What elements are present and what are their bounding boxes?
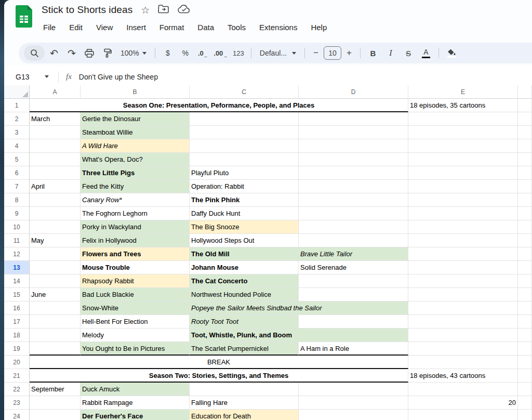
menu-edit[interactable]: Edit — [62, 21, 89, 34]
sheets-logo-icon[interactable] — [16, 5, 32, 30]
cell-B8[interactable]: Canary Row* — [81, 193, 190, 207]
cell-B13[interactable]: Mouse Trouble — [81, 261, 190, 274]
name-box[interactable]: G13 — [4, 73, 54, 81]
row-header-13[interactable]: 13 — [4, 261, 30, 274]
cell-C23[interactable]: Falling Hare — [190, 396, 299, 410]
cell-F7[interactable] — [518, 180, 532, 193]
font-selector[interactable]: Defaul... — [256, 45, 300, 61]
cell-C5[interactable] — [190, 153, 299, 166]
cell-C19[interactable]: The Scarlet Pumpernickel — [190, 342, 299, 356]
cell-F8[interactable] — [518, 193, 532, 207]
cell-D2[interactable] — [299, 112, 408, 126]
format-percent-button[interactable]: % — [177, 45, 194, 61]
cell-E12[interactable] — [408, 247, 518, 261]
cell-A6[interactable] — [30, 166, 81, 180]
search-icon[interactable] — [24, 45, 45, 61]
cell-E1[interactable]: 18 episodes, 35 cartoons — [408, 99, 518, 112]
row-header-5[interactable]: 5 — [4, 153, 30, 166]
row-header-21[interactable]: 21 — [4, 369, 30, 383]
menu-extensions[interactable]: Extensions — [252, 21, 304, 34]
fill-color-button[interactable] — [443, 45, 460, 61]
cell-C6[interactable]: Playful Pluto — [190, 166, 299, 180]
cell-B18[interactable]: Melody — [81, 329, 190, 342]
cell-B19[interactable]: You Ought to Be in Pictures — [81, 342, 190, 356]
cell-D9[interactable] — [299, 207, 408, 220]
cell-B22[interactable]: Duck Amuck — [81, 383, 190, 396]
cell-E16[interactable] — [408, 301, 518, 315]
cell-F2[interactable] — [518, 112, 532, 126]
row-header-8[interactable]: 8 — [4, 193, 30, 207]
cell-F16[interactable] — [518, 301, 532, 315]
row-header-6[interactable]: 6 — [4, 166, 30, 180]
column-header-B[interactable]: B — [81, 85, 190, 99]
cell-D8[interactable] — [299, 193, 408, 207]
cell-A4[interactable] — [30, 139, 81, 153]
cell-C13[interactable]: Johann Mouse — [190, 261, 299, 274]
cell-B4[interactable]: A Wild Hare — [81, 139, 190, 153]
cell-E2[interactable] — [408, 112, 518, 126]
cell-F15[interactable] — [518, 288, 532, 301]
cell-D5[interactable] — [299, 153, 408, 166]
cell-C11[interactable]: Hollywood Steps Out — [190, 234, 299, 247]
cell-C18[interactable]: Toot, Whistle, Plunk, and Boom — [190, 329, 408, 342]
cell-D19[interactable]: A Ham in a Role — [299, 342, 408, 356]
row-header-24[interactable]: 24 — [4, 410, 30, 420]
more-formats-button[interactable]: 123 — [230, 45, 247, 61]
row-header-18[interactable]: 18 — [4, 329, 30, 342]
row-header-14[interactable]: 14 — [4, 274, 30, 288]
row-header-9[interactable]: 9 — [4, 207, 30, 220]
cell-E6[interactable] — [408, 166, 518, 180]
cell-E5[interactable] — [408, 153, 518, 166]
decrease-font-size-button[interactable]: − — [309, 45, 323, 61]
cell-E24[interactable] — [408, 410, 518, 420]
star-icon[interactable]: ☆ — [141, 5, 150, 15]
cell-E10[interactable] — [408, 220, 518, 234]
row-header-12[interactable]: 12 — [4, 247, 30, 261]
cell-C12[interactable]: The Old Mill — [190, 247, 299, 261]
decrease-decimal-button[interactable]: .0← — [195, 45, 211, 61]
menu-insert[interactable]: Insert — [119, 21, 153, 34]
cell-B3[interactable]: Steamboat Willie — [81, 126, 190, 139]
redo-icon[interactable]: ↷ — [63, 45, 80, 61]
italic-button[interactable]: I — [382, 45, 399, 61]
row-header-2[interactable]: 2 — [4, 112, 30, 126]
cell-E19[interactable] — [408, 342, 518, 356]
cell-E11[interactable] — [408, 234, 518, 247]
cell-C2[interactable] — [190, 112, 299, 126]
cell-D11[interactable] — [299, 234, 408, 247]
text-color-button[interactable]: A — [418, 45, 434, 61]
row-header-3[interactable]: 3 — [4, 126, 30, 139]
font-size-input[interactable]: 10 — [324, 46, 341, 60]
row-header-11[interactable]: 11 — [4, 234, 30, 247]
cell-B14[interactable]: Rhapsody Rabbit — [81, 274, 190, 288]
row-header-10[interactable]: 10 — [4, 220, 30, 234]
cell-E3[interactable] — [408, 126, 518, 139]
cloud-saved-icon[interactable] — [178, 5, 190, 16]
cell-A20[interactable]: BREAK — [30, 356, 408, 369]
cell-F5[interactable] — [518, 153, 532, 166]
cell-A3[interactable] — [30, 126, 81, 139]
cell-F4[interactable] — [518, 139, 532, 153]
cell-B6[interactable]: Three Little Pigs — [81, 166, 190, 180]
cell-A7[interactable]: April — [30, 180, 81, 193]
cell-B2[interactable]: Gertie the Dinosaur — [81, 112, 190, 126]
row-header-22[interactable]: 22 — [4, 383, 30, 396]
cell-A1[interactable]: Season One: Presentation, Peformance, Pe… — [30, 99, 408, 112]
cell-D6[interactable] — [299, 166, 408, 180]
row-header-1[interactable]: 1 — [4, 99, 30, 112]
cell-C15[interactable]: Northwest Hounded Police — [190, 288, 299, 301]
cell-A16[interactable] — [30, 301, 81, 315]
cell-A22[interactable]: September — [30, 383, 81, 396]
cell-E23[interactable]: 20 — [408, 396, 518, 410]
row-header-20[interactable]: 20 — [4, 356, 30, 369]
cell-E7[interactable] — [408, 180, 518, 193]
cell-F17[interactable] — [518, 315, 532, 329]
cell-F14[interactable] — [518, 274, 532, 288]
cell-F18[interactable] — [518, 329, 532, 342]
cell-A8[interactable] — [30, 193, 81, 207]
cell-F9[interactable] — [518, 207, 532, 220]
zoom-control[interactable]: 100% — [116, 45, 151, 61]
row-header-7[interactable]: 7 — [4, 180, 30, 193]
cell-F12[interactable] — [518, 247, 532, 261]
cell-B17[interactable]: Hell-Bent For Election — [81, 315, 190, 329]
